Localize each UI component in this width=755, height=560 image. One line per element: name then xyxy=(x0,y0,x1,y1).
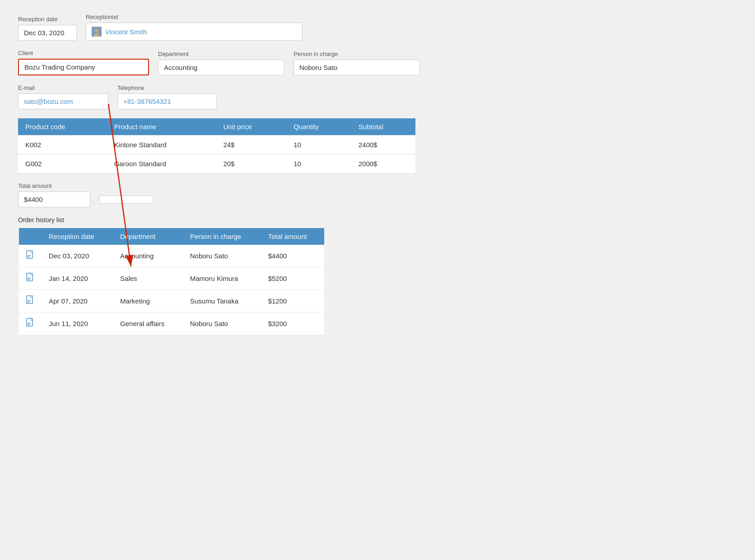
client-group: Client Bozu Trading Company xyxy=(18,50,149,75)
order-reception-date: Jan 14, 2020 xyxy=(42,267,113,290)
department-group: Department Accounting xyxy=(158,51,284,75)
order-department: Marketing xyxy=(113,290,183,313)
col-header-code: Product code xyxy=(18,118,107,135)
col-header-icon xyxy=(19,228,42,245)
order-history-row[interactable]: Jan 14, 2020 Sales Mamoru Kimura $5200 xyxy=(19,267,325,290)
product-unit-price: 24$ xyxy=(216,135,286,154)
person-group: Person in charge Noboru Sato xyxy=(294,51,420,75)
document-icon xyxy=(26,250,34,260)
person-input[interactable]: Noboru Sato xyxy=(294,60,420,75)
order-history-label: Order history list xyxy=(18,216,737,224)
order-history-row[interactable]: Jun 11, 2020 General affairs Noboru Sato… xyxy=(19,313,325,336)
order-history-row[interactable]: Dec 03, 2020 Accounting Noboru Sato $440… xyxy=(19,245,325,267)
receptionist-label: Receptionist xyxy=(86,14,303,20)
col-header-unit-price: Unit price xyxy=(216,118,286,135)
order-department: General affairs xyxy=(113,313,183,336)
order-person: Susumu Tanaka xyxy=(183,290,261,313)
order-total: $3200 xyxy=(261,313,325,336)
order-reception-date: Apr 07, 2020 xyxy=(42,290,113,313)
svg-rect-4 xyxy=(28,255,31,256)
user-avatar-svg xyxy=(92,27,102,37)
product-unit-price: 20$ xyxy=(216,154,286,173)
product-row: G002 Garoon Standard 20$ 10 2000$ xyxy=(18,154,415,173)
order-person: Mamoru Kimura xyxy=(183,267,261,290)
col-header-subtotal: Subtotal xyxy=(351,118,415,135)
svg-rect-9 xyxy=(28,279,30,280)
reception-date-group: Reception date Dec 03, 2020 xyxy=(18,16,77,41)
product-code: K002 xyxy=(18,135,107,154)
svg-rect-13 xyxy=(28,302,30,303)
product-row: K002 Kintone Standard 24$ 10 2400$ xyxy=(18,135,415,154)
svg-rect-8 xyxy=(28,278,31,279)
order-history-table: Reception date Department Person in char… xyxy=(18,227,325,336)
receptionist-input[interactable]: Vincent Smith xyxy=(86,23,303,41)
svg-rect-5 xyxy=(28,257,30,257)
total-amount-input[interactable]: $4400 xyxy=(18,191,90,207)
product-table: Product code Product name Unit price Qua… xyxy=(18,118,415,173)
order-person: Noboru Sato xyxy=(183,245,261,267)
product-subtotal: 2400$ xyxy=(351,135,415,154)
col-header-reception-date: Reception date xyxy=(42,228,113,245)
client-label: Client xyxy=(18,50,149,56)
order-total: $4400 xyxy=(261,245,325,267)
col-header-total-amount: Total amount xyxy=(261,228,325,245)
order-department: Sales xyxy=(113,267,183,290)
department-label: Department xyxy=(158,51,284,57)
document-icon xyxy=(26,273,34,283)
order-total: $1200 xyxy=(261,290,325,313)
product-name: Garoon Standard xyxy=(107,154,216,173)
product-subtotal: 2000$ xyxy=(351,154,415,173)
avatar-icon xyxy=(92,27,102,37)
col-header-department: Department xyxy=(113,228,183,245)
product-name: Kintone Standard xyxy=(107,135,216,154)
telephone-label: Telephone xyxy=(117,84,217,91)
product-quantity: 10 xyxy=(286,154,351,173)
col-header-person-charge: Person in charge xyxy=(183,228,261,245)
order-history-section: Order history list Reception date Depart… xyxy=(18,216,737,336)
telephone-input[interactable]: +81-387654321 xyxy=(117,93,217,109)
order-total: $5200 xyxy=(261,267,325,290)
svg-point-1 xyxy=(95,29,98,33)
order-person: Noboru Sato xyxy=(183,313,261,336)
receptionist-name: Vincent Smith xyxy=(105,28,147,36)
order-row-icon xyxy=(19,267,42,290)
document-icon xyxy=(26,295,34,305)
total-amount-extra[interactable] xyxy=(99,196,154,204)
product-quantity: 10 xyxy=(286,135,351,154)
department-input[interactable]: Accounting xyxy=(158,60,284,75)
reception-date-label: Reception date xyxy=(18,16,77,23)
total-amount-label: Total amount xyxy=(18,182,737,189)
total-amount-section: Total amount $4400 xyxy=(18,182,737,207)
reception-date-input[interactable]: Dec 03, 2020 xyxy=(18,25,77,41)
client-input[interactable]: Bozu Trading Company xyxy=(18,59,149,75)
order-row-icon xyxy=(19,245,42,267)
email-group: E-mail sato@bozu.com xyxy=(18,84,108,109)
receptionist-group: Receptionist Vincent Smith xyxy=(86,14,303,41)
email-input[interactable]: sato@bozu.com xyxy=(18,93,108,109)
svg-rect-17 xyxy=(28,324,30,325)
order-reception-date: Dec 03, 2020 xyxy=(42,245,113,267)
document-icon xyxy=(26,318,34,328)
svg-rect-16 xyxy=(28,323,31,324)
order-history-row[interactable]: Apr 07, 2020 Marketing Susumu Tanaka $12… xyxy=(19,290,325,313)
person-label: Person in charge xyxy=(294,51,420,57)
product-code: G002 xyxy=(18,154,107,173)
email-label: E-mail xyxy=(18,84,108,91)
telephone-group: Telephone +81-387654321 xyxy=(117,84,217,109)
order-row-icon xyxy=(19,290,42,313)
col-header-quantity: Quantity xyxy=(286,118,351,135)
col-header-name: Product name xyxy=(107,118,216,135)
order-row-icon xyxy=(19,313,42,336)
order-reception-date: Jun 11, 2020 xyxy=(42,313,113,336)
svg-rect-12 xyxy=(28,300,31,301)
order-department: Accounting xyxy=(113,245,183,267)
